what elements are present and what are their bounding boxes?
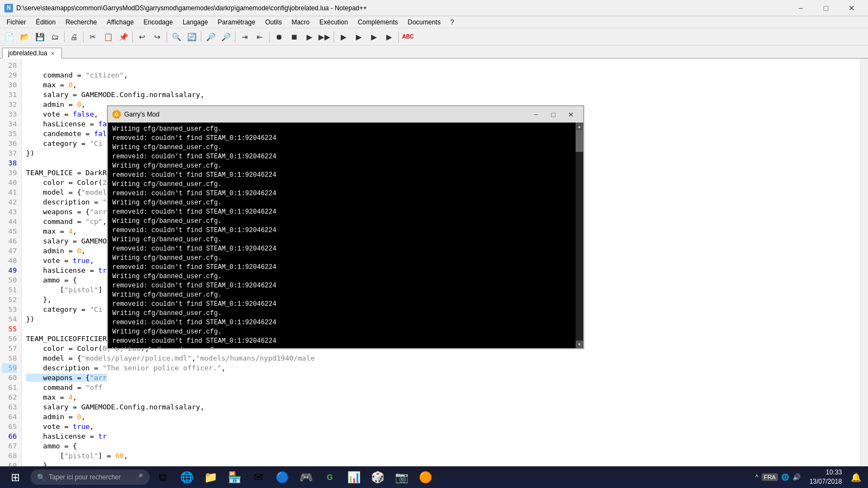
menu-help[interactable]: ?	[446, 17, 458, 27]
taskbar-chrome[interactable]: 🔵	[271, 467, 293, 487]
line-num: 45	[2, 227, 17, 236]
macro-stop-button[interactable]: ⏹	[287, 30, 301, 44]
taskbar-camera[interactable]: 📷	[391, 467, 412, 487]
active-tab[interactable]: jobrelated.lua ✕	[2, 48, 62, 59]
console-line: Writing cfg/banned_user.cfg.	[112, 272, 573, 281]
start-button[interactable]: ⊞	[2, 466, 28, 488]
zoom-in-button[interactable]: 🔎	[203, 30, 218, 44]
search-bar[interactable]: 🔍 🎤	[30, 470, 150, 485]
garrys-minimize-button[interactable]: −	[528, 108, 544, 121]
menu-bar: Fichier Édition Recherche Affichage Enco…	[0, 16, 868, 28]
code-line-57: model = {"models/player/police.mdl","mod…	[26, 354, 315, 362]
taskbar-orange[interactable]: 🟠	[414, 467, 436, 487]
menu-encodage[interactable]: Encodage	[139, 17, 177, 27]
toolbar-sep-3	[132, 31, 133, 42]
line-num: 54	[2, 314, 17, 324]
taskbar-steam[interactable]: 🎮	[295, 467, 317, 487]
copy-button[interactable]: 📋	[101, 30, 115, 44]
outdent-button[interactable]: ⇤	[253, 30, 267, 44]
menu-outils[interactable]: Outils	[261, 17, 286, 27]
taskbar-g[interactable]: G	[319, 467, 341, 487]
taskbar-explorer[interactable]: 📁	[200, 467, 221, 487]
taskbar-game[interactable]: 🎲	[367, 467, 388, 487]
menu-fichier[interactable]: Fichier	[2, 17, 30, 27]
menu-langage[interactable]: Langage	[178, 17, 213, 27]
run2-button[interactable]: ▶	[352, 30, 366, 44]
scroll-up-arrow[interactable]: ▲	[576, 123, 583, 130]
console-line: Writing cfg/banned_user.cfg.	[112, 162, 573, 171]
menu-macro[interactable]: Macro	[287, 17, 314, 27]
run-button[interactable]: ▶	[336, 30, 350, 44]
code-line-35: category = "Ci	[26, 139, 103, 147]
tray-arrow[interactable]: ^	[755, 473, 758, 481]
macro-play-button[interactable]: ▶	[302, 30, 316, 44]
line-num: 29	[2, 70, 17, 80]
garrys-controls: − □ ✕	[528, 108, 579, 121]
undo-button[interactable]: ↩	[135, 30, 149, 44]
macro-rec-button[interactable]: ⏺	[272, 30, 286, 44]
code-line-48: hasLicense = tr	[26, 266, 107, 274]
console-line: removeid: couldn't find STEAM_0:1:920462…	[112, 226, 573, 235]
code-line-64: vote = true,	[26, 422, 94, 431]
code-line-61: max = 4,	[26, 393, 77, 401]
redo-button[interactable]: ↪	[150, 30, 164, 44]
line-num: 31	[2, 90, 17, 100]
find-button[interactable]: 🔍	[169, 30, 183, 44]
menu-complements[interactable]: Compléments	[353, 17, 402, 27]
notification-button[interactable]: 🔔	[851, 472, 861, 483]
taskbar-task-view[interactable]: ⧉	[152, 467, 174, 487]
console-line: Writing cfg/banned_user.cfg.	[112, 217, 573, 226]
taskbar-excel[interactable]: 📊	[343, 467, 365, 487]
console-line: removeid: couldn't find STEAM_0:1:920462…	[112, 208, 573, 217]
abc-button[interactable]: ABC	[401, 30, 415, 44]
run4-button[interactable]: ▶	[382, 30, 396, 44]
save-button[interactable]: 💾	[33, 30, 47, 44]
save-all-button[interactable]: 🗂	[48, 30, 62, 44]
scroll-track[interactable]	[576, 130, 583, 341]
close-button[interactable]: ✕	[839, 0, 864, 16]
open-button[interactable]: 📂	[17, 30, 31, 44]
clock-date: 13/07/2018	[809, 477, 842, 486]
menu-parametrage[interactable]: Paramétrage	[213, 17, 259, 27]
vertical-scrollbar[interactable]	[860, 59, 868, 466]
line-num: 40	[2, 178, 17, 188]
tab-close-button[interactable]: ✕	[49, 50, 56, 56]
macro-run-button[interactable]: ▶▶	[317, 30, 331, 44]
console-line: removeid: couldn't find STEAM_0:1:920462…	[112, 152, 573, 162]
replace-button[interactable]: 🔄	[184, 30, 199, 44]
garrys-scrollbar[interactable]: ▲ ▼	[576, 123, 583, 348]
cut-button[interactable]: ✂	[86, 30, 100, 44]
menu-edition[interactable]: Édition	[31, 17, 60, 27]
run3-button[interactable]: ▶	[367, 30, 381, 44]
search-input[interactable]	[49, 473, 132, 481]
code-line-54	[26, 325, 30, 333]
new-button[interactable]: 📄	[2, 30, 16, 44]
code-line-47: vote = true,	[26, 256, 94, 265]
scroll-down-arrow[interactable]: ▼	[576, 341, 583, 348]
clock[interactable]: 10:33 13/07/2018	[805, 468, 846, 486]
line-num: 66	[2, 432, 17, 441]
menu-recherche[interactable]: Recherche	[61, 17, 101, 27]
scroll-thumb[interactable]	[576, 130, 583, 152]
paste-button[interactable]: 📌	[116, 30, 130, 44]
line-num: 57	[2, 344, 17, 354]
menu-documents[interactable]: Documents	[403, 17, 445, 27]
console-line: Writing cfg/banned_user.cfg.	[112, 254, 573, 263]
maximize-button[interactable]: □	[814, 0, 838, 16]
indent-button[interactable]: ⇥	[238, 30, 252, 44]
microphone-icon[interactable]: 🎤	[135, 473, 143, 481]
console-line: removeid: couldn't find STEAM_0:1:920462…	[112, 245, 573, 254]
print-button[interactable]: 🖨	[67, 30, 81, 44]
zoom-out-button[interactable]: 🔎	[219, 30, 233, 44]
garrys-maximize-button[interactable]: □	[545, 108, 561, 121]
toolbar-sep-1	[64, 31, 65, 42]
menu-affichage[interactable]: Affichage	[103, 17, 138, 27]
minimize-button[interactable]: −	[788, 0, 813, 16]
garrys-mod-popup[interactable]: G Garry's Mod − □ ✕ Writing cfg/banned_u…	[107, 105, 584, 349]
taskbar: ⊞ 🔍 🎤 ⧉ 🌐 📁 🏪 ✉ 🔵 🎮 G 📊 🎲 📷 🟠 ^ FRA 🌐 🔊 …	[0, 466, 868, 488]
taskbar-store[interactable]: 🏪	[224, 467, 245, 487]
garrys-close-button[interactable]: ✕	[563, 108, 579, 121]
taskbar-mail[interactable]: ✉	[247, 467, 269, 487]
menu-execution[interactable]: Exécution	[315, 17, 353, 27]
taskbar-edge[interactable]: 🌐	[176, 467, 197, 487]
